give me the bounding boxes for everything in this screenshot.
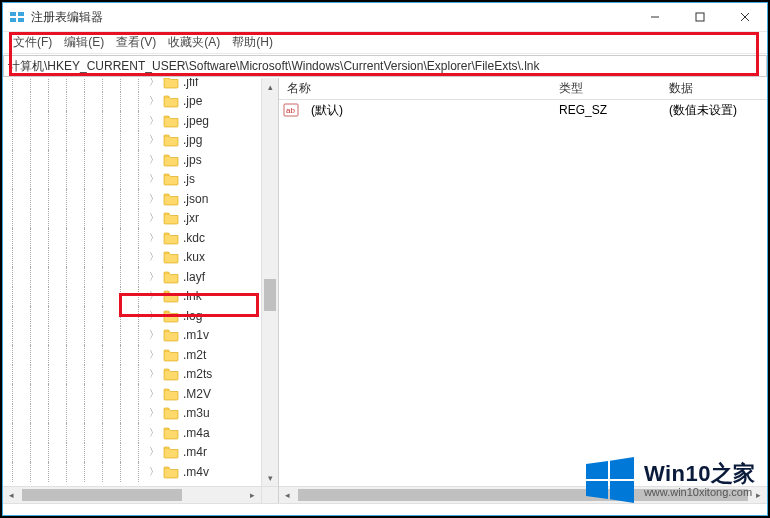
folder-icon — [163, 270, 179, 284]
address-text: 计算机\HKEY_CURRENT_USER\Software\Microsoft… — [8, 58, 539, 75]
tree-label: .js — [183, 172, 195, 186]
chevron-right-icon[interactable]: 〉 — [147, 231, 161, 245]
tree-item[interactable]: 〉.jpg — [3, 131, 278, 151]
chevron-right-icon[interactable]: 〉 — [147, 465, 161, 479]
tree-item[interactable]: 〉.jxr — [3, 209, 278, 229]
tree-item[interactable]: 〉.m3u — [3, 404, 278, 424]
chevron-right-icon[interactable]: 〉 — [147, 133, 161, 147]
menu-favorites[interactable]: 收藏夹(A) — [162, 34, 226, 51]
tree-item[interactable]: 〉.m1v — [3, 326, 278, 346]
chevron-right-icon[interactable]: 〉 — [147, 78, 161, 89]
folder-icon — [163, 133, 179, 147]
chevron-right-icon[interactable]: 〉 — [147, 192, 161, 206]
folder-icon — [163, 78, 179, 89]
svg-rect-2 — [10, 18, 16, 22]
tree-item[interactable]: 〉.kdc — [3, 228, 278, 248]
svg-rect-5 — [696, 13, 704, 21]
chevron-right-icon[interactable]: 〉 — [147, 426, 161, 440]
tree-item[interactable]: 〉.log — [3, 306, 278, 326]
tree-item[interactable]: 〉.m2t — [3, 345, 278, 365]
tree-hscroll[interactable]: ◂ ▸ — [3, 486, 261, 503]
col-header-data[interactable]: 数据 — [669, 80, 767, 97]
scroll-right-icon[interactable]: ▸ — [750, 490, 767, 500]
close-button[interactable] — [722, 3, 767, 31]
chevron-right-icon[interactable]: 〉 — [147, 289, 161, 303]
col-header-name[interactable]: 名称 — [279, 80, 559, 97]
tree-item[interactable]: 〉.jfif — [3, 78, 278, 92]
menu-file[interactable]: 文件(F) — [7, 34, 58, 51]
chevron-right-icon[interactable]: 〉 — [147, 250, 161, 264]
tree-item[interactable]: 〉.json — [3, 189, 278, 209]
tree-item[interactable]: 〉.kux — [3, 248, 278, 268]
values-pane[interactable]: 名称 类型 数据 ab (默认) REG_SZ (数值未设置) ◂ ▸ — [279, 78, 767, 503]
tree-item[interactable]: 〉.layf — [3, 267, 278, 287]
value-name: (默认) — [303, 102, 559, 119]
tree-label: .m2t — [183, 348, 206, 362]
tree-label: .m1v — [183, 328, 209, 342]
chevron-right-icon[interactable]: 〉 — [147, 328, 161, 342]
tree-label: .jpeg — [183, 114, 209, 128]
folder-icon — [163, 211, 179, 225]
tree-pane[interactable]: 〉.jfif〉.jpe〉.jpeg〉.jpg〉.jps〉.js〉.json〉.j… — [3, 78, 279, 503]
tree-label: .kux — [183, 250, 205, 264]
window-title: 注册表编辑器 — [31, 9, 632, 26]
titlebar: 注册表编辑器 — [3, 3, 767, 32]
tree-vscroll[interactable]: ▴ ▾ — [261, 78, 278, 486]
scroll-left-icon[interactable]: ◂ — [279, 490, 296, 500]
folder-icon — [163, 172, 179, 186]
folder-icon — [163, 250, 179, 264]
menu-help[interactable]: 帮助(H) — [226, 34, 279, 51]
chevron-right-icon[interactable]: 〉 — [147, 387, 161, 401]
tree-item[interactable]: 〉.m4r — [3, 443, 278, 463]
folder-icon — [163, 153, 179, 167]
tree-item[interactable]: 〉.m2ts — [3, 365, 278, 385]
tree-label: .jxr — [183, 211, 199, 225]
svg-rect-1 — [18, 12, 24, 16]
tree-item[interactable]: 〉.M2V — [3, 384, 278, 404]
chevron-right-icon[interactable]: 〉 — [147, 309, 161, 323]
minimize-button[interactable] — [632, 3, 677, 31]
list-hscroll-thumb[interactable] — [298, 489, 748, 501]
folder-icon — [163, 367, 179, 381]
tree-label: .jpe — [183, 94, 202, 108]
tree-item[interactable]: 〉.m4v — [3, 462, 278, 482]
address-bar[interactable]: 计算机\HKEY_CURRENT_USER\Software\Microsoft… — [3, 55, 767, 77]
tree-item[interactable]: 〉.lnk — [3, 287, 278, 307]
tree-item[interactable]: 〉.jps — [3, 150, 278, 170]
chevron-right-icon[interactable]: 〉 — [147, 367, 161, 381]
tree-vscroll-thumb[interactable] — [264, 279, 276, 311]
scroll-down-icon[interactable]: ▾ — [262, 469, 278, 486]
list-header: 名称 类型 数据 — [279, 78, 767, 100]
chevron-right-icon[interactable]: 〉 — [147, 94, 161, 108]
chevron-right-icon[interactable]: 〉 — [147, 348, 161, 362]
col-header-type[interactable]: 类型 — [559, 80, 669, 97]
menu-view[interactable]: 查看(V) — [110, 34, 162, 51]
folder-icon — [163, 348, 179, 362]
folder-icon — [163, 114, 179, 128]
list-hscroll[interactable]: ◂ ▸ — [279, 486, 767, 503]
menu-edit[interactable]: 编辑(E) — [58, 34, 110, 51]
chevron-right-icon[interactable]: 〉 — [147, 270, 161, 284]
tree-label: .m4r — [183, 445, 207, 459]
chevron-right-icon[interactable]: 〉 — [147, 445, 161, 459]
tree-hscroll-thumb[interactable] — [22, 489, 182, 501]
maximize-button[interactable] — [677, 3, 722, 31]
tree-item[interactable]: 〉.js — [3, 170, 278, 190]
tree-item[interactable]: 〉.m4a — [3, 423, 278, 443]
folder-icon — [163, 309, 179, 323]
chevron-right-icon[interactable]: 〉 — [147, 211, 161, 225]
chevron-right-icon[interactable]: 〉 — [147, 406, 161, 420]
scroll-left-icon[interactable]: ◂ — [3, 490, 20, 500]
scroll-right-icon[interactable]: ▸ — [244, 490, 261, 500]
scroll-up-icon[interactable]: ▴ — [262, 78, 278, 95]
tree-label: .m4a — [183, 426, 210, 440]
chevron-right-icon[interactable]: 〉 — [147, 114, 161, 128]
chevron-right-icon[interactable]: 〉 — [147, 172, 161, 186]
folder-icon — [163, 192, 179, 206]
chevron-right-icon[interactable]: 〉 — [147, 153, 161, 167]
tree-item[interactable]: 〉.jpe — [3, 92, 278, 112]
tree-item[interactable]: 〉.jpeg — [3, 111, 278, 131]
list-row[interactable]: ab (默认) REG_SZ (数值未设置) — [279, 100, 767, 120]
folder-icon — [163, 406, 179, 420]
folder-icon — [163, 445, 179, 459]
